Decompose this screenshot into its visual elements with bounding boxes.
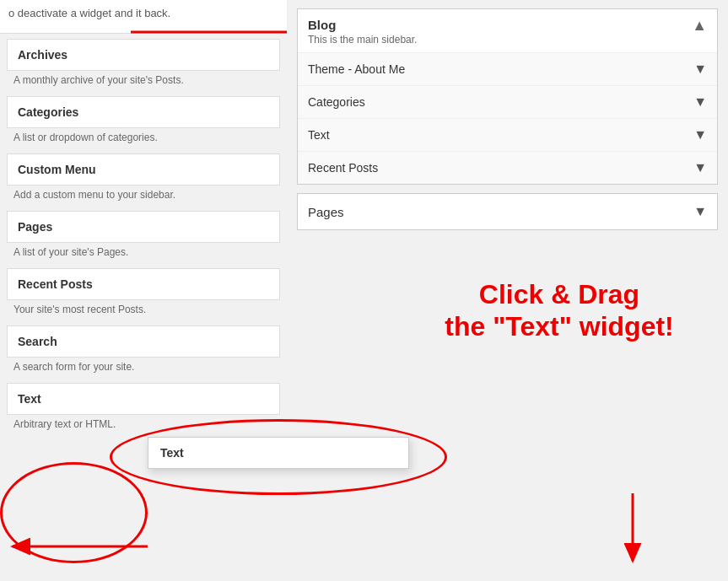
search-desc: A search form for your site. — [7, 358, 280, 378]
blog-section: Blog This is the main sidebar. ▲ Theme -… — [297, 8, 718, 185]
text-label: Text — [18, 392, 41, 406]
custom-menu-desc: Add a custom menu to your sidebar. — [7, 186, 280, 206]
drag-down-arrow — [616, 489, 683, 576]
text-right-label: Text — [308, 128, 330, 142]
categories-label: Categories — [18, 105, 78, 119]
search-label: Search — [18, 335, 57, 348]
left-panel: o deactivate a widget and it back. A — [0, 0, 287, 581]
widget-recent-posts: Recent Posts Your site's most recent Pos… — [7, 268, 280, 320]
dragging-text-widget: Text — [148, 437, 409, 469]
categories-desc: A list or dropdown of categories. — [7, 128, 280, 148]
archives-desc: A monthly archive of your site's Posts. — [7, 71, 280, 91]
deactivate-bar: o deactivate a widget and it back. — [0, 0, 287, 34]
widget-text: Text Arbitrary text or HTML. — [7, 383, 280, 435]
custom-menu-label: Custom Menu — [18, 163, 96, 176]
text-widget-oval — [0, 462, 148, 563]
widget-pages: Pages A list of your site's Pages. — [7, 211, 280, 263]
right-widget-categories[interactable]: Categories ▼ — [298, 86, 717, 119]
recent-posts-box[interactable]: Recent Posts — [7, 268, 280, 300]
deactivate-text: o deactivate a widget and it back. — [8, 7, 170, 19]
archives-label: Archives — [18, 48, 67, 62]
text-desc: Arbitrary text or HTML. — [7, 415, 280, 435]
blog-header-info: Blog This is the main sidebar. — [308, 18, 417, 46]
recent-posts-label: Recent Posts — [18, 277, 93, 291]
right-widget-theme-about-me[interactable]: Theme - About Me ▼ — [298, 53, 717, 86]
widget-archives: Archives A monthly archive of your site'… — [7, 39, 280, 91]
click-drag-text: Click & Drag the "Text" widget! — [399, 278, 720, 343]
pages-box[interactable]: Pages — [7, 211, 280, 243]
main-layout: o deactivate a widget and it back. A — [0, 0, 728, 581]
widget-categories: Categories A list or dropdown of categor… — [7, 96, 280, 148]
pages-right-label: Pages — [308, 205, 344, 219]
blog-subtitle: This is the main sidebar. — [308, 34, 417, 46]
text-right-chevron: ▼ — [693, 127, 707, 143]
pages-row[interactable]: Pages ▼ — [298, 194, 717, 229]
text-box[interactable]: Text — [7, 383, 280, 415]
pages-label: Pages — [18, 220, 52, 234]
right-widget-text[interactable]: Text ▼ — [298, 119, 717, 152]
search-box[interactable]: Search — [7, 325, 280, 358]
custom-menu-box[interactable]: Custom Menu — [7, 153, 280, 186]
recent-posts-right-label: Recent Posts — [308, 161, 378, 175]
pages-section: Pages ▼ — [297, 193, 718, 230]
widget-search: Search A search form for your site. — [7, 325, 280, 378]
widget-custom-menu: Custom Menu Add a custom menu to your si… — [7, 153, 280, 206]
text-desc-arrow — [4, 538, 156, 574]
right-widget-recent-posts[interactable]: Recent Posts ▼ — [298, 152, 717, 184]
blog-expand-button[interactable]: ▲ — [692, 18, 707, 33]
categories-right-label: Categories — [308, 95, 365, 109]
pages-right-chevron: ▼ — [693, 204, 707, 219]
theme-about-me-label: Theme - About Me — [308, 62, 405, 76]
blog-header: Blog This is the main sidebar. ▲ — [298, 9, 717, 53]
pages-desc: A list of your site's Pages. — [7, 243, 280, 263]
categories-box[interactable]: Categories — [7, 96, 280, 128]
right-panel: Blog This is the main sidebar. ▲ Theme -… — [287, 0, 728, 581]
theme-about-me-chevron: ▼ — [693, 62, 707, 77]
dragging-widget-label: Text — [160, 446, 184, 460]
archives-box[interactable]: Archives — [7, 39, 280, 71]
recent-posts-right-chevron: ▼ — [693, 160, 707, 175]
recent-posts-desc: Your site's most recent Posts. — [7, 300, 280, 320]
categories-right-chevron: ▼ — [693, 94, 707, 110]
click-drag-line2: the "Text" widget! — [399, 310, 720, 342]
blog-title: Blog — [308, 18, 417, 32]
click-drag-line1: Click & Drag — [399, 278, 720, 310]
